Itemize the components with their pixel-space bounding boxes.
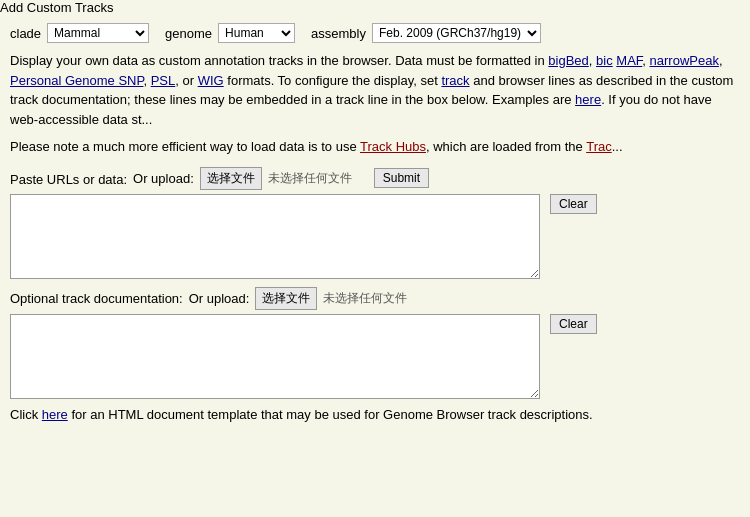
clear-button-1[interactable]: Clear xyxy=(550,194,597,214)
bic-link[interactable]: bic xyxy=(596,53,613,68)
or-upload-label-2: Or upload: xyxy=(189,291,250,306)
track-hubs-note: Please note a much more efficient way to… xyxy=(10,137,740,157)
paste-textarea[interactable] xyxy=(10,194,540,279)
assembly-label: assembly xyxy=(311,26,366,41)
assembly-select[interactable]: Feb. 2009 (GRCh37/hg19) Dec. 2013 (GRCh3… xyxy=(372,23,541,43)
page-title: Add Custom Tracks xyxy=(0,0,113,15)
trac-link[interactable]: Trac xyxy=(586,139,612,154)
clade-select[interactable]: Mammal Vertebrate Deuterostome Insect Ne… xyxy=(47,23,149,43)
personal-genome-snp-link[interactable]: Personal Genome SNP xyxy=(10,73,143,88)
optional-section: Optional track documentation: Or upload:… xyxy=(10,287,740,399)
examples-here-link[interactable]: here xyxy=(575,92,601,107)
optional-textarea[interactable] xyxy=(10,314,540,399)
bigbed-link[interactable]: bigBed xyxy=(548,53,588,68)
maf-link[interactable]: MAF xyxy=(616,53,642,68)
paste-section: Paste URLs or data: Or upload: 选择文件 未选择任… xyxy=(10,167,740,279)
bottom-note-prefix: Click xyxy=(10,407,42,422)
track-hubs-link[interactable]: Track Hubs xyxy=(360,139,426,154)
submit-button[interactable]: Submit xyxy=(374,168,429,188)
narrowpeak-link[interactable]: narrowPeak xyxy=(650,53,719,68)
page-title-bar: Add Custom Tracks xyxy=(0,0,750,15)
description-text: Display your own data as custom annotati… xyxy=(10,51,740,129)
html-template-link[interactable]: here xyxy=(42,407,68,422)
or-upload-label-1: Or upload: xyxy=(133,171,194,186)
genome-label: genome xyxy=(165,26,212,41)
file-choose-button-1[interactable]: 选择文件 xyxy=(200,167,262,190)
track-link[interactable]: track xyxy=(441,73,469,88)
no-file-text-2: 未选择任何文件 xyxy=(323,290,407,307)
clade-label: clade xyxy=(10,26,41,41)
optional-label: Optional track documentation: xyxy=(10,291,183,306)
psl-link[interactable]: PSL xyxy=(151,73,176,88)
paste-label: Paste URLs or data: xyxy=(10,170,127,187)
wig-link[interactable]: WIG xyxy=(198,73,224,88)
bottom-note-suffix: for an HTML document template that may b… xyxy=(68,407,593,422)
clear-button-2[interactable]: Clear xyxy=(550,314,597,334)
no-file-text-1: 未选择任何文件 xyxy=(268,170,352,187)
file-choose-button-2[interactable]: 选择文件 xyxy=(255,287,317,310)
bottom-note: Click here for an HTML document template… xyxy=(10,407,740,422)
genome-select[interactable]: Human Mouse Rat Zebrafish Chicken xyxy=(218,23,295,43)
